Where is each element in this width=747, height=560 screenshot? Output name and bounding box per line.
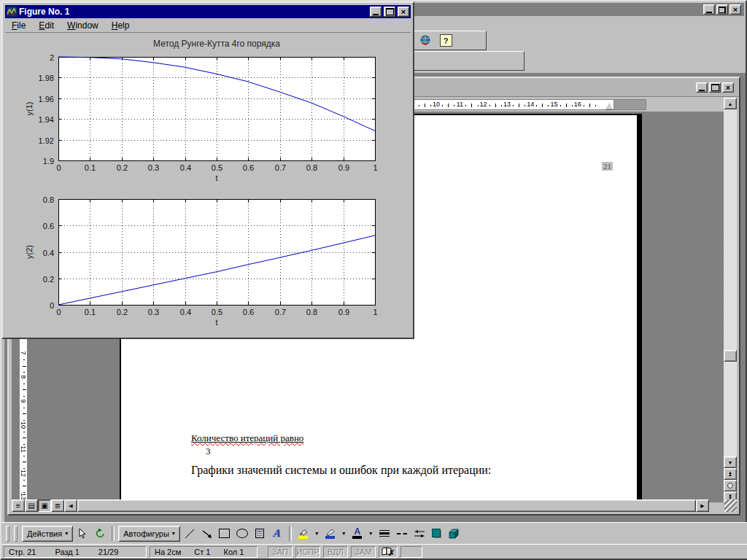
font-color-icon: A xyxy=(352,528,362,539)
status-empty-panel xyxy=(400,546,422,558)
line-color-dropdown[interactable]: ▾ xyxy=(340,526,348,542)
ruler-number: 12 xyxy=(20,470,27,477)
help-button[interactable]: ? xyxy=(438,33,454,49)
text-box-button[interactable] xyxy=(252,526,268,542)
word-close-button[interactable]: × xyxy=(729,4,741,15)
svg-text:0.8: 0.8 xyxy=(306,163,317,172)
ruler-tick xyxy=(548,105,549,106)
figure-minimize-button[interactable] xyxy=(370,7,382,17)
svg-text:0.4: 0.4 xyxy=(43,249,54,257)
arrow-down-icon: ▼ xyxy=(728,460,733,465)
chevron-down-icon: ▾ xyxy=(65,530,68,537)
arrow-style-button[interactable] xyxy=(411,526,427,542)
dash-style-icon xyxy=(397,533,407,534)
ruler-tick xyxy=(23,432,25,432)
scroll-right-button[interactable]: ▶ xyxy=(696,499,709,512)
svg-text:0.5: 0.5 xyxy=(212,308,222,316)
print-layout-view-button[interactable]: ▣ xyxy=(38,499,51,512)
svg-text:0.1: 0.1 xyxy=(85,163,96,172)
line-color-icon xyxy=(325,529,336,539)
previous-page-button[interactable]: ▲▲ xyxy=(724,468,737,480)
minimize-icon xyxy=(699,90,705,91)
document-close-button[interactable]: × xyxy=(722,82,734,93)
figure-title: Figure No. 1 xyxy=(19,7,368,17)
browse-ball-icon xyxy=(727,483,733,489)
ruler-number: 14 xyxy=(527,101,534,108)
wordart-button[interactable]: A xyxy=(269,526,285,542)
ruler-tick xyxy=(465,105,466,106)
draw-font-color-button[interactable]: A xyxy=(349,526,365,542)
figure-window: Figure No. 1 × File Edit Window Help 00.… xyxy=(1,1,414,339)
spelling-status-panel[interactable]: ✗ xyxy=(379,546,398,558)
figure-maximize-button[interactable] xyxy=(384,7,395,17)
line-tool-button[interactable] xyxy=(182,526,198,542)
arrow-right-icon: ▶ xyxy=(700,503,704,509)
menu-window[interactable]: Window xyxy=(61,19,105,32)
svg-text:0.2: 0.2 xyxy=(117,163,128,172)
status-indicator-extend[interactable]: ВДЛ xyxy=(323,546,348,558)
draw-menu-button[interactable]: Действия▾ xyxy=(22,526,73,542)
menu-file[interactable]: File xyxy=(5,19,32,32)
ruler-tick xyxy=(23,438,26,438)
arrow-left-icon: ◀ xyxy=(69,503,72,509)
figure-titlebar[interactable]: Figure No. 1 × xyxy=(5,5,411,18)
vertical-scroll-thumb[interactable] xyxy=(724,350,737,362)
svg-text:0.3: 0.3 xyxy=(148,163,159,172)
menu-edit[interactable]: Edit xyxy=(32,19,61,32)
status-indicator-record[interactable]: ЗАП xyxy=(268,546,293,558)
toolbar-grip[interactable] xyxy=(6,526,9,542)
close-icon: × xyxy=(733,6,738,14)
web-layout-icon: ▤ xyxy=(28,502,34,510)
ruler-tick xyxy=(23,456,25,456)
shadow-button[interactable] xyxy=(429,526,445,542)
select-objects-button[interactable] xyxy=(74,526,90,542)
outline-view-icon: ≣ xyxy=(55,502,61,510)
figure-canvas[interactable]: 00.10.20.30.40.50.60.70.80.911.91.921.94… xyxy=(5,33,411,335)
scroll-down-button[interactable]: ▼ xyxy=(724,456,737,468)
threed-button[interactable] xyxy=(446,526,462,542)
line-color-button[interactable] xyxy=(322,526,338,542)
select-browse-object-button[interactable] xyxy=(724,480,737,491)
normal-view-button[interactable]: ≡ xyxy=(12,499,25,512)
ruler-tick xyxy=(454,105,454,106)
oval-tool-button[interactable] xyxy=(234,526,250,542)
horizontal-scrollbar[interactable]: ≡ ▤ ▣ ≣ ◀ ▶ xyxy=(12,499,724,512)
web-layout-view-button[interactable]: ▤ xyxy=(25,499,38,512)
runge-kutta-plots: 00.10.20.30.40.50.60.70.80.911.91.921.94… xyxy=(5,33,414,339)
vertical-scrollbar[interactable]: ▲ ▼ ▲▲ ▼▼ xyxy=(724,98,737,503)
line-style-button[interactable] xyxy=(376,526,392,542)
status-indicator-overtype[interactable]: ЗАМ xyxy=(351,546,376,558)
rectangle-tool-button[interactable] xyxy=(217,526,233,542)
vertical-scroll-track[interactable] xyxy=(724,109,737,458)
autoshapes-menu-button[interactable]: Автофигуры▾ xyxy=(118,526,180,542)
dash-style-button[interactable] xyxy=(394,526,410,542)
autoshapes-label: Автофигуры xyxy=(123,529,169,538)
fill-color-dropdown[interactable]: ▾ xyxy=(313,526,321,542)
svg-text:0.8: 0.8 xyxy=(43,195,54,204)
horizontal-scroll-thumb[interactable] xyxy=(77,499,696,512)
document-minimize-button[interactable] xyxy=(696,82,708,93)
draw-font-color-dropdown[interactable]: ▾ xyxy=(367,526,375,542)
outline-view-button[interactable]: ≣ xyxy=(51,499,64,512)
status-page: Стр. 21 xyxy=(9,548,36,556)
free-rotate-button[interactable] xyxy=(92,526,108,542)
scroll-left-button[interactable]: ◀ xyxy=(64,499,77,512)
toolbar-grip[interactable] xyxy=(14,526,18,542)
document-maximize-button[interactable] xyxy=(709,82,721,93)
horizontal-scroll-track[interactable] xyxy=(77,499,696,512)
ruler-tick xyxy=(448,104,449,107)
scroll-up-button[interactable]: ▲ xyxy=(724,98,737,109)
status-indicator-revise[interactable]: ИСПР xyxy=(295,546,320,558)
line-icon xyxy=(185,529,195,539)
arrow-tool-button[interactable] xyxy=(199,526,215,542)
document-map-button[interactable] xyxy=(417,33,433,49)
figure-close-button[interactable]: × xyxy=(398,7,409,17)
menu-help[interactable]: Help xyxy=(105,19,136,32)
svg-text:0: 0 xyxy=(56,163,61,172)
fill-color-button[interactable] xyxy=(295,526,311,542)
word-minimize-button[interactable] xyxy=(703,4,715,15)
line-color-bar xyxy=(325,536,335,539)
resize-grip[interactable] xyxy=(724,499,737,512)
word-restore-button[interactable] xyxy=(716,4,728,15)
right-indent-marker[interactable] xyxy=(605,103,613,109)
